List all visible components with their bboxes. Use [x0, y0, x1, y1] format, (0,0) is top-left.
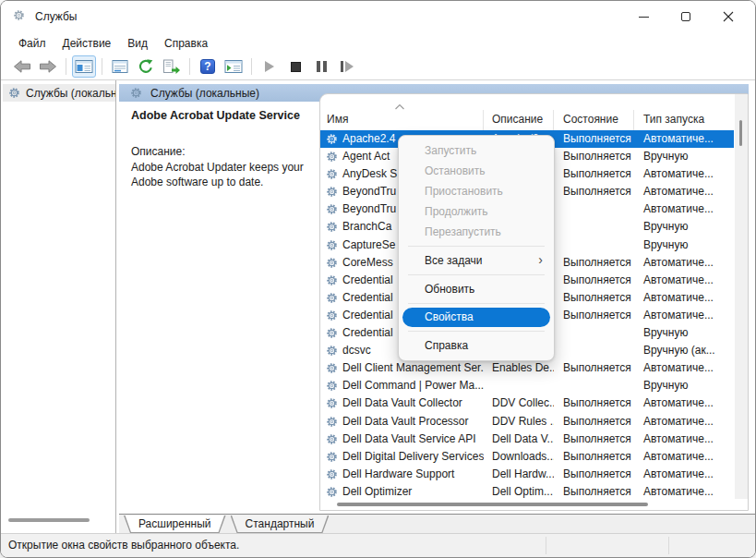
statusbar-divider [546, 537, 546, 554]
menu-action[interactable]: Действие [54, 33, 120, 54]
column-header-status[interactable]: Состояние [554, 110, 634, 130]
properties-icon[interactable] [108, 55, 132, 78]
console-tree-pane: Службы (локальные) [1, 80, 116, 533]
toolbar-separator [251, 58, 252, 75]
service-name-cell: Dell Data Vault Service API [320, 431, 484, 448]
pause-service-icon[interactable] [309, 55, 333, 78]
toolbar-separator [66, 58, 66, 75]
service-description-cell: DDV Collec... [484, 394, 554, 412]
list-hscrollbar[interactable] [320, 499, 735, 510]
back-arrow-icon[interactable] [10, 55, 34, 78]
service-status-cell [554, 218, 634, 236]
list-header: ИмяОписаниеСостояниеТип запуска [320, 110, 734, 130]
minimize-icon [639, 17, 649, 18]
table-row[interactable]: Dell Data Vault CollectorDDV Collec...Вы… [320, 394, 734, 412]
stop-service-icon[interactable] [283, 55, 307, 78]
toolbar: ? [1, 54, 755, 80]
table-row[interactable]: Dell Digital Delivery ServicesDownloads.… [320, 448, 734, 466]
help-icon[interactable]: ? [196, 55, 220, 78]
service-startup-cell: Автоматиче... [634, 183, 734, 200]
minimize-button[interactable] [622, 1, 665, 32]
extended-view-icon[interactable] [222, 55, 246, 78]
context-menu-separator [408, 303, 545, 304]
window-title: Службы [35, 9, 77, 24]
forward-arrow-icon[interactable] [36, 55, 60, 78]
context-menu-item[interactable]: Справка [399, 335, 554, 356]
list-vscrollbar[interactable] [735, 94, 748, 499]
context-menu-separator [408, 331, 545, 332]
context-menu-separator [408, 246, 545, 247]
service-status-cell: Выполняется [554, 289, 634, 307]
service-name-cell: Dell Data Vault Collector [320, 394, 484, 412]
content-area: Службы (локальные) Службы (локальные) Ad… [1, 80, 755, 533]
service-startup-cell: Автоматиче... [634, 165, 734, 183]
context-menu: ЗапуститьОстановитьПриостановитьПродолжи… [398, 135, 555, 361]
service-status-cell [554, 342, 634, 359]
table-row[interactable]: Dell Command | Power Ma...Вручную [320, 377, 734, 394]
service-status-cell [554, 377, 634, 394]
table-row[interactable]: Dell Data Vault Service APIDell Data V..… [320, 431, 734, 448]
service-status-cell: Выполняется [554, 254, 634, 272]
start-service-icon[interactable] [258, 55, 282, 78]
hscrollbar-thumb[interactable] [337, 503, 648, 506]
service-description-panel: Adobe Acrobat Update Service Описание: A… [119, 103, 318, 189]
column-header-startup-type[interactable]: Тип запуска [634, 110, 734, 130]
table-row[interactable]: Dell Data Vault ProcessorDDV Rules ...Вы… [320, 413, 734, 431]
left-pane-hscrollbar-thumb[interactable] [8, 518, 90, 522]
table-row[interactable]: Dell Client Management Ser...Enables De.… [320, 359, 734, 377]
show-console-tree-icon[interactable] [72, 55, 96, 78]
service-status-cell: Выполняется [554, 307, 634, 324]
context-menu-item[interactable]: Свойства [402, 308, 550, 327]
context-menu-item: Запустить [399, 140, 554, 161]
service-startup-cell: Вручную [634, 377, 734, 394]
service-gear-icon [326, 380, 338, 392]
service-gear-icon [326, 451, 338, 463]
context-menu-item[interactable]: Все задачи› [399, 250, 554, 271]
service-description-cell: Dell Hardw... [484, 466, 554, 483]
status-text: Открытие окна свойств выбранного объекта… [8, 534, 239, 556]
statusbar: Открытие окна свойств выбранного объекта… [1, 533, 755, 557]
titlebar: Службы [1, 1, 755, 32]
service-gear-icon [326, 221, 338, 233]
service-gear-icon [326, 239, 338, 251]
service-gear-icon [326, 133, 338, 145]
sidebar-item-label: Службы (локальные) [26, 87, 115, 100]
service-description-cell: DDV Rules ... [484, 413, 554, 431]
window-controls [622, 1, 750, 32]
view-tabs: РасширенныйСтандартный [124, 516, 329, 533]
column-header-description[interactable]: Описание [484, 110, 554, 130]
service-status-cell: Выполняется [554, 448, 634, 466]
close-button[interactable] [707, 1, 750, 32]
service-gear-icon [326, 151, 338, 163]
restart-service-icon[interactable] [335, 55, 359, 78]
service-gear-icon [326, 468, 338, 480]
context-menu-item[interactable]: Обновить [399, 279, 554, 299]
description-text: Adobe Acrobat Updater keeps your Adobe s… [131, 160, 314, 189]
export-list-icon[interactable] [160, 55, 184, 78]
service-description-cell: Downloads... [484, 448, 554, 466]
vscrollbar-thumb[interactable] [739, 120, 742, 146]
refresh-icon[interactable] [134, 55, 158, 78]
menu-view[interactable]: Вид [119, 33, 156, 54]
service-description-cell [484, 377, 554, 394]
service-gear-icon [326, 257, 338, 269]
service-status-cell: Выполняется [554, 165, 634, 183]
service-gear-icon [326, 186, 338, 198]
services-gear-icon [8, 87, 20, 99]
view-tabstrip: РасширенныйСтандартный [119, 514, 756, 535]
table-row[interactable]: Dell Hardware SupportDell Hardw...Выполн… [320, 466, 734, 483]
context-menu-separator [408, 274, 545, 275]
service-status-cell: Выполняется [554, 359, 634, 377]
maximize-button[interactable] [665, 1, 707, 32]
tab-standard[interactable]: Стандартный [231, 516, 330, 533]
tab-extended[interactable]: Расширенный [124, 516, 226, 533]
column-header-name[interactable]: Имя [320, 110, 484, 130]
menu-help[interactable]: Справка [156, 33, 216, 54]
service-name-cell: Dell Client Management Ser... [320, 359, 484, 377]
service-startup-cell: Автоматиче... [634, 272, 734, 289]
menu-file[interactable]: Файл [10, 33, 54, 54]
service-gear-icon [326, 345, 338, 357]
service-gear-icon [326, 309, 338, 321]
service-gear-icon [326, 168, 338, 180]
sidebar-item-services-local[interactable]: Службы (локальные) [3, 84, 115, 102]
